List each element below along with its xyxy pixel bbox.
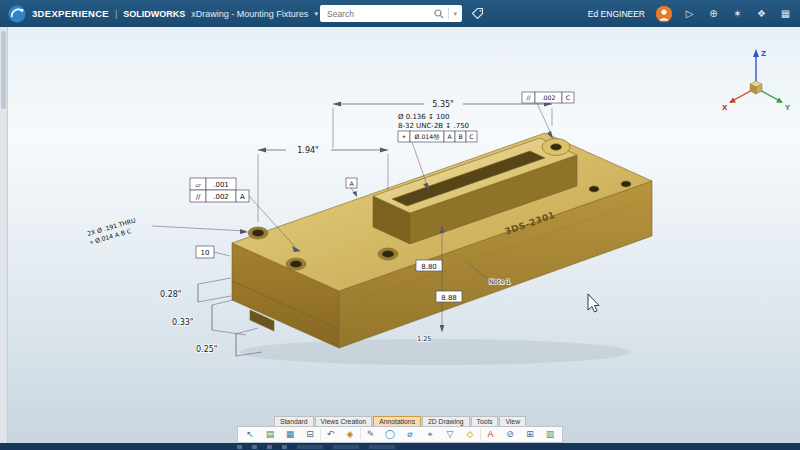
svg-text:⌖: ⌖	[402, 133, 406, 140]
tab-2d-drawing[interactable]: 2D Drawing	[422, 416, 470, 426]
svg-text:1.94": 1.94"	[297, 146, 319, 155]
svg-text:B: B	[458, 133, 462, 140]
search-divider	[448, 8, 449, 19]
print-icon[interactable]: ⊟	[300, 428, 320, 441]
datum-a-flag: A	[346, 178, 357, 197]
left-hole-callout: 2X Ø .191 THRU ⌖ Ø.014 A B C	[86, 216, 138, 245]
brand-name: 3DEXPERIENCE	[32, 8, 109, 19]
note-icon[interactable]: ✎	[360, 428, 380, 441]
scrollbar-thumb[interactable]	[1, 31, 6, 109]
text-icon[interactable]: A	[480, 428, 500, 441]
save-icon[interactable]: ▦	[280, 428, 300, 441]
taskbar-icon[interactable]	[252, 445, 257, 449]
ribbon-tabs: Standard Views Creation Annotations 2D D…	[274, 416, 526, 426]
datum-icon[interactable]: ▽	[440, 428, 460, 441]
svg-text:8.80: 8.80	[421, 263, 437, 271]
svg-text:C: C	[566, 94, 570, 101]
search-icon[interactable]	[434, 9, 444, 19]
app-name: SOLIDWORKS	[123, 9, 185, 19]
ribbon-icon-strip: ↖ ▤ ▦ ⊟ ↶ ◈ ✎ ◯ ⌀ ⌖ ▽ ◇ A ⊘ ⊞ ▥	[237, 426, 563, 443]
geometric-tolerance-icon[interactable]: ⌖	[420, 428, 440, 441]
tab-views-creation[interactable]: Views Creation	[315, 416, 373, 426]
sheet-icon[interactable]: ▤	[260, 428, 280, 441]
part-shadow	[240, 339, 630, 365]
svg-text:0.25": 0.25"	[196, 345, 218, 354]
svg-text://: //	[196, 193, 201, 201]
zoom-area-icon[interactable]: ⊞	[520, 428, 540, 441]
svg-text:0.33": 0.33"	[172, 318, 194, 327]
tab-standard[interactable]: Standard	[274, 416, 314, 426]
favorites-icon[interactable]: ✶	[731, 0, 744, 27]
dimension-icon[interactable]: ⌀	[400, 428, 420, 441]
user-area: Ed ENGINEER ▷ ⊕ ✶ ❖ ▦	[588, 0, 792, 27]
brand-separator: |	[115, 9, 117, 19]
search-box[interactable]: ▾	[320, 5, 462, 22]
grid-menu-icon[interactable]: ▦	[779, 0, 792, 27]
svg-text:Ø.014Ⓜ: Ø.014Ⓜ	[415, 133, 440, 140]
svg-text:Note 1: Note 1	[489, 278, 511, 286]
tab-view[interactable]: View	[499, 416, 526, 426]
svg-text:5.35": 5.35"	[432, 100, 454, 109]
svg-text:1.25: 1.25	[417, 335, 431, 343]
svg-text:.002: .002	[542, 94, 556, 101]
orientation-triad[interactable]: Z X Y	[722, 49, 791, 112]
svg-text:0.28": 0.28"	[160, 290, 182, 299]
left-scrollbar[interactable]	[0, 27, 8, 443]
fcf-top-right: // .002 C	[522, 92, 574, 139]
taskbar-icon[interactable]	[282, 445, 287, 449]
share-icon[interactable]: ▷	[683, 0, 696, 27]
svg-text:▱: ▱	[195, 181, 201, 189]
triad-x-label: X	[722, 104, 728, 112]
svg-text:8-32 UNC-2B ↧ .750: 8-32 UNC-2B ↧ .750	[398, 122, 469, 130]
table-icon[interactable]: ▥	[540, 428, 560, 441]
user-avatar[interactable]	[656, 6, 672, 22]
tab-annotations[interactable]: Annotations	[373, 416, 421, 426]
dim-10: 10	[196, 246, 230, 258]
os-taskbar[interactable]	[0, 443, 800, 450]
svg-text:.001: .001	[213, 181, 229, 189]
compass-apps-icon[interactable]: ❖	[755, 0, 768, 27]
surface-finish-icon[interactable]: ◇	[460, 428, 480, 441]
document-title[interactable]: xDrawing - Mounting Fixtures	[191, 9, 308, 19]
balloon-icon[interactable]: ◯	[380, 428, 400, 441]
triad-y-label: Y	[784, 104, 791, 112]
search-input[interactable]	[327, 9, 430, 19]
add-user-icon[interactable]: ⊕	[707, 0, 720, 27]
taskbar-icon[interactable]	[237, 445, 242, 449]
taskbar-app-indicator[interactable]	[297, 445, 323, 449]
tag-icon[interactable]	[471, 7, 484, 20]
tab-tools[interactable]: Tools	[471, 416, 499, 426]
undo-icon[interactable]: ↶	[320, 428, 340, 441]
search-area: ▾	[320, 5, 484, 22]
svg-text:10: 10	[201, 249, 210, 257]
3dexperience-compass-logo[interactable]	[8, 5, 26, 23]
document-title-caret-icon[interactable]: ▾	[314, 10, 318, 18]
svg-text:Ø 0.136 ↧ 100: Ø 0.136 ↧ 100	[398, 113, 449, 121]
mouse-cursor	[588, 294, 599, 312]
svg-text:8.88: 8.88	[441, 294, 457, 302]
drawing-viewport[interactable]: 5.35" 1.94" ▱ .001 // .002 A	[0, 0, 800, 450]
taskbar-app-indicator[interactable]	[369, 445, 395, 449]
user-name[interactable]: Ed ENGINEER	[588, 9, 645, 19]
select-tool-icon[interactable]: ↖	[240, 428, 260, 441]
svg-text:C: C	[469, 133, 473, 140]
magnifier-icon[interactable]: ⊘	[500, 428, 520, 441]
triad-z-label: Z	[761, 50, 766, 58]
view-orientation-icon[interactable]: ◈	[340, 428, 360, 441]
svg-text:.002: .002	[213, 193, 229, 201]
svg-text:A: A	[240, 193, 245, 201]
platform-top-bar: 3DEXPERIENCE | SOLIDWORKS xDrawing - Mou…	[0, 0, 800, 27]
taskbar-icon[interactable]	[267, 445, 272, 449]
search-caret-icon[interactable]: ▾	[453, 10, 457, 18]
app-window: 5.35" 1.94" ▱ .001 // .002 A	[0, 0, 800, 450]
taskbar-app-indicator[interactable]	[333, 445, 359, 449]
